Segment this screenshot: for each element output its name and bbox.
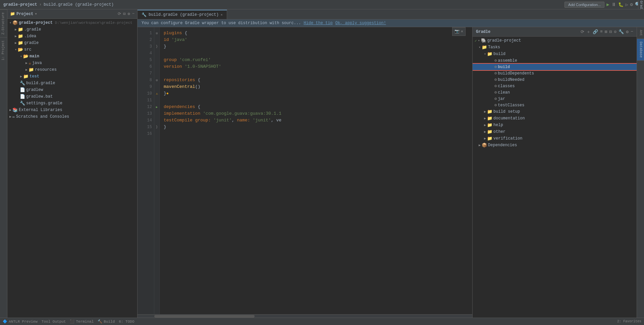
tab-close-btn[interactable]: ✕ [221, 13, 223, 17]
project-folder-icon: 📦 [12, 20, 18, 25]
gradle-verification-group[interactable]: ▶ 📁 verification [473, 135, 637, 142]
favorites-side-tab[interactable]: 2: Favorites [617, 320, 641, 323]
code-line-14: testCompile group: 'junit', name: 'junit… [164, 117, 468, 124]
settings-icon[interactable]: ⚙ [630, 2, 633, 7]
gradle-assemble-task[interactable]: ⚙ assemble [473, 57, 637, 64]
gradle-testClasses-task[interactable]: ⚙ testClasses [473, 102, 637, 108]
run-icon[interactable]: ▶ [606, 2, 609, 7]
gradle-expand-icon[interactable]: ⊞ [605, 29, 607, 35]
tree-item-build-gradle[interactable]: 🔧 build.gradle [7, 80, 137, 87]
code-editor[interactable]: 📷 ✕ plugins { id 'java' } group 'com.ruo… [160, 27, 472, 314]
ant-right-tab[interactable]: Ant [637, 27, 644, 39]
gradle-task-label: buildDependents [498, 71, 534, 76]
gradle-build-group[interactable]: ▾ 📁 build [473, 51, 637, 57]
task-gear-icon: ⚙ [494, 96, 497, 101]
java-folder-icon: ☕ [29, 60, 31, 66]
gradle-refresh-icon[interactable]: ⟳ [581, 29, 584, 35]
gradle-build-task-label: build [498, 65, 510, 69]
gradle-task-label: help [493, 123, 503, 127]
src-folder-icon: 📂 [18, 47, 23, 52]
tree-item-external-libraries[interactable]: ▶ 📚 External Libraries [7, 107, 137, 113]
gradle-task-label: build setup [493, 109, 520, 114]
gradle-group-icon[interactable]: ≡ [600, 29, 603, 34]
status-todo[interactable]: 6: TODO [119, 320, 134, 324]
line-number-4: 4 [140, 50, 152, 57]
gradle-tasks-group[interactable]: ▾ 📁 Tasks [473, 44, 637, 51]
gradle-build-setup-group[interactable]: ▶ 📁 build setup [473, 108, 637, 115]
h-scrollbar[interactable] [154, 315, 255, 318]
project-side-tab[interactable]: 1: Project [0, 37, 7, 63]
gradle-settings2-icon[interactable]: 🔧 [619, 29, 624, 35]
status-tool-output[interactable]: Tool Output [42, 320, 66, 324]
tree-label: External Libraries [19, 108, 62, 112]
tree-label: gradlew [26, 88, 43, 92]
status-build[interactable]: 🔨 Build [98, 319, 115, 324]
debug-icon[interactable]: ⏸ [611, 2, 616, 7]
tree-item-gradle-hidden[interactable]: ▶ 📁 .gradle [7, 26, 137, 33]
line-number-2: 2 [140, 37, 152, 43]
screenshot-icon[interactable]: 📷 [454, 28, 460, 35]
fold-marker-12[interactable]: ▶ [156, 105, 158, 109]
gradle-dependencies-group[interactable]: ▶ 📦 Dependencies [473, 142, 637, 149]
gradle-link-icon[interactable]: 🔗 [593, 29, 598, 35]
sidebar-collapse-icon[interactable]: ⊟ [123, 11, 125, 16]
gradle-panel-minimize[interactable]: − [631, 29, 633, 34]
gradle-right-tab[interactable]: Gradle [638, 0, 644, 9]
tree-label: build.gradle [26, 81, 55, 86]
status-terminal[interactable]: ⬛ Terminal [70, 319, 94, 324]
gradle-collapse-icon[interactable]: ⊟ [609, 29, 612, 35]
tree-item-main[interactable]: ▾ 📂 main [7, 53, 137, 60]
gradle-other-group[interactable]: ▶ 📁 other [473, 128, 637, 135]
database-right-tab[interactable]: Database [637, 39, 644, 61]
gradle-panel-settings-icon[interactable]: ⚙ [626, 29, 629, 35]
gradle-build-task[interactable]: ⚙ build [473, 64, 637, 70]
line-number-5: 5 [140, 57, 152, 63]
task-gear-icon: ⚙ [494, 71, 497, 76]
code-line-3: } [164, 43, 468, 50]
tree-item-gradlew[interactable]: 📄 gradlew [7, 87, 137, 93]
gradle-jar-task[interactable]: ⚙ jar [473, 96, 637, 102]
gradle-documentation-group[interactable]: ▶ 📁 documentation [473, 115, 637, 122]
task-gear-icon: ⚙ [494, 90, 497, 95]
project-name: gradle-project [3, 2, 37, 7]
tree-item-settings-gradle[interactable]: 🔧 settings.gradle [7, 100, 137, 107]
gradle-task-label: documentation [493, 116, 525, 121]
tree-item-src[interactable]: ▾ 📂 src [7, 46, 137, 53]
hide-tip-link[interactable]: Hide the tip [304, 21, 332, 25]
fold-marker-8[interactable]: ⊟ [156, 78, 158, 82]
editor-tab-build-gradle[interactable]: 🔧 build.gradle (gradle-project) ✕ [138, 10, 227, 19]
tree-item-resources[interactable]: ▶ 📁 resources [7, 66, 137, 73]
sidebar-settings-icon[interactable]: ⚙ [128, 11, 130, 16]
sidebar-minimize-icon[interactable]: − [132, 11, 135, 16]
line-number-1: 1 [140, 30, 152, 37]
terminal-icon: ⬛ [70, 319, 74, 324]
tree-item-test[interactable]: ▶ 📁 test [7, 73, 137, 80]
folder-icon: 📁 [18, 27, 23, 32]
line-number-14: 14 [140, 117, 152, 124]
status-antlr[interactable]: 🔷 ANTLR Preview [3, 319, 38, 324]
gradle-clean-task[interactable]: ⚙ clean [473, 89, 637, 96]
gradle-root[interactable]: ✓ ▾ 🐘 gradle-project [473, 37, 637, 44]
profile-icon[interactable]: 🐛 [618, 2, 624, 7]
gradle-buildDependents-task[interactable]: ⚙ buildDependents [473, 70, 637, 76]
tree-item-gradlew-bat[interactable]: 📄 gradlew.bat [7, 93, 137, 100]
code-line-7 [164, 70, 468, 77]
sidebar-sync-icon[interactable]: ⟳ [118, 11, 121, 16]
tree-item-java[interactable]: ▶ ☕ java [7, 60, 137, 66]
gradle-filter-icon[interactable]: ⊙ [614, 29, 617, 35]
gradle-buildNeeded-task[interactable]: ⚙ buildNeeded [473, 76, 637, 83]
gradle-add-icon[interactable]: ＋ [586, 29, 591, 35]
run-with-coverage-icon[interactable]: ▷ [626, 2, 628, 7]
gradle-classes-task[interactable]: ⚙ classes [473, 83, 637, 89]
gradle-help-group[interactable]: ▶ 📁 help [473, 122, 637, 128]
apply-suggestion-link[interactable]: Ok, apply suggestion! [335, 21, 386, 25]
close-overlay-icon[interactable]: ✕ [461, 28, 463, 35]
sidebar-dropdown-icon[interactable]: ▾ [35, 11, 37, 16]
tree-item-root[interactable]: ▾ 📦 gradle-project D:\wenjian\workspace\… [7, 19, 137, 26]
tree-item-scratches[interactable]: ▶ ✏️ Scratches and Consoles [7, 113, 137, 120]
tree-item-idea[interactable]: ▶ 📁 .idea [7, 33, 137, 40]
add-configuration-button[interactable]: Add Configuration... [565, 2, 604, 8]
fold-marker-1[interactable]: ⊟ [156, 32, 158, 35]
tree-item-gradle[interactable]: ▶ 📁 gradle [7, 40, 137, 46]
structure-side-tab[interactable]: Z-Structure [0, 9, 7, 37]
